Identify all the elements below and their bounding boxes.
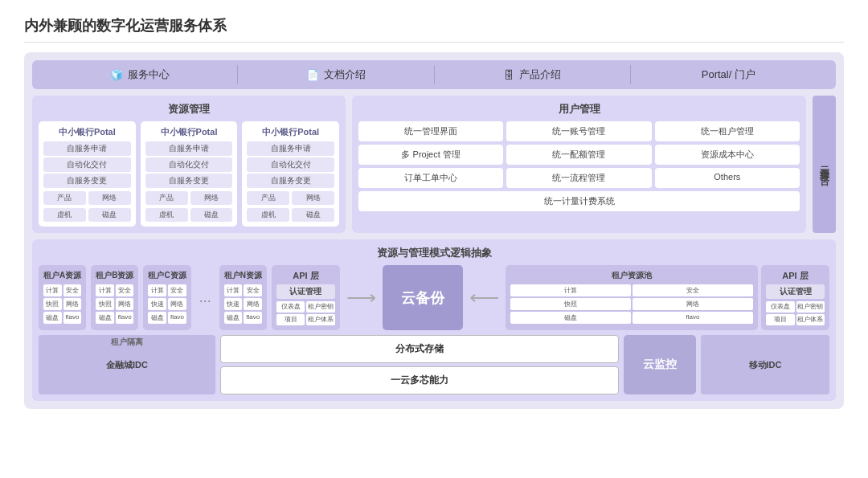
tenant-b-c5: flavo bbox=[116, 312, 134, 324]
potal-a-title: 中小银行Potal bbox=[43, 126, 131, 138]
doc-icon: 📄 bbox=[306, 69, 319, 81]
doc-label: 文档介绍 bbox=[324, 67, 366, 82]
abstraction-bottom: 租户隔离 金融城IDC 分布式存储 一云多芯能力 云监控 移动IDC bbox=[39, 335, 829, 394]
tenant-a-c0: 计算 bbox=[43, 284, 62, 296]
tenant-n: 租户N资源 计算 安全 快速 网络 磁盘 flavo bbox=[219, 265, 267, 330]
user-item-0: 统一管理界面 bbox=[358, 121, 503, 141]
arrow-left: ⟵ bbox=[468, 265, 501, 330]
potal-b-title: 中小银行Potal bbox=[145, 126, 233, 138]
tenant-a-c4: 磁盘 bbox=[43, 312, 62, 324]
potal-c-item2: 自动化交付 bbox=[247, 157, 334, 172]
top-bar: 🧊 服务中心 📄 文档介绍 🗄 产品介绍 Portal/ 门户 bbox=[32, 60, 836, 89]
tenant-a-c1: 安全 bbox=[63, 284, 82, 296]
tenant-b-c4: 磁盘 bbox=[96, 312, 114, 324]
user-item-7: 统一流程管理 bbox=[506, 168, 651, 188]
potal-a-item1: 自服务申请 bbox=[43, 141, 131, 156]
potal-card-a: 中小银行Potal 自服务申请 自动化交付 自服务变更 产品 网络 虚机 磁盘 bbox=[39, 121, 136, 227]
tenant-c-c0: 计算 bbox=[148, 284, 166, 296]
cloud-backup: 云备份 bbox=[383, 265, 463, 330]
tenant-n-c3: 网络 bbox=[244, 298, 262, 310]
potal-b-f1: 产品 bbox=[145, 191, 188, 205]
tenant-b-c1: 安全 bbox=[116, 284, 134, 296]
tenant-pool-title: 租户资源池 bbox=[510, 270, 753, 281]
api-item-2: 项目 bbox=[276, 314, 305, 325]
pool-c5: flavo bbox=[633, 312, 753, 324]
product-icon: 🗄 bbox=[504, 69, 514, 81]
service-icon: 🧊 bbox=[110, 69, 123, 81]
potal-c-item3: 自服务变更 bbox=[247, 174, 334, 188]
tenant-b: 租户B资源 计算 安全 快照 网络 磁盘 flavo bbox=[91, 265, 138, 330]
right-stack: 租户资源池 计算 安全 快照 网络 磁盘 flavo API 层 bbox=[506, 265, 829, 330]
tenant-pool: 租户资源池 计算 安全 快照 网络 磁盘 flavo bbox=[506, 265, 758, 330]
tenant-c-title: 租户C资源 bbox=[148, 270, 186, 281]
tenant-b-c2: 快照 bbox=[96, 298, 114, 310]
main-diagram: 🧊 服务中心 📄 文档介绍 🗄 产品介绍 Portal/ 门户 资源管理 中小银… bbox=[24, 52, 844, 409]
tenant-a-c2: 快照 bbox=[43, 298, 62, 310]
abstraction-content: 租户A资源 计算 安全 快照 网络 磁盘 flavo 租户B资源 计算 安全 快… bbox=[39, 265, 829, 330]
potal-b-f2: 网络 bbox=[190, 191, 233, 205]
user-item-5: 资源成本中心 bbox=[655, 145, 800, 165]
api-layer-right: API 层 认证管理 仪表盘 租户密钥 项目 租户体系 bbox=[761, 265, 829, 330]
tenant-c-c3: 网络 bbox=[168, 298, 186, 310]
portal-label: Portal/ 门户 bbox=[702, 67, 755, 82]
doc-intro[interactable]: 📄 文档介绍 bbox=[238, 67, 433, 82]
right-idc: 移动IDC bbox=[701, 335, 829, 394]
tenant-c-c2: 快速 bbox=[148, 298, 166, 310]
potal-b-f3: 虚机 bbox=[145, 208, 188, 222]
pool-c4: 磁盘 bbox=[510, 312, 631, 324]
service-center[interactable]: 🧊 服务中心 bbox=[42, 67, 237, 82]
potal-a-f2: 网络 bbox=[88, 191, 131, 205]
api-item-1: 租户密钥 bbox=[306, 301, 335, 313]
tenant-n-c4: 磁盘 bbox=[224, 312, 243, 324]
potal-cards: 中小银行Potal 自服务申请 自动化交付 自服务变更 产品 网络 虚机 磁盘 … bbox=[39, 121, 339, 227]
product-label: 产品介绍 bbox=[519, 67, 561, 82]
user-item-8: Others bbox=[655, 168, 800, 188]
tenant-a-c3: 网络 bbox=[63, 298, 82, 310]
potal-c-item1: 自服务申请 bbox=[247, 141, 334, 156]
tenant-isolation-label: 租户隔离 bbox=[111, 337, 143, 348]
tenant-c-c5: flavo bbox=[168, 312, 186, 324]
auth-mgmt-right: 认证管理 bbox=[766, 284, 825, 299]
unified-billing: 统一计量计费系统 bbox=[358, 191, 800, 211]
left-idc: 租户隔离 金融城IDC bbox=[39, 335, 215, 394]
cloud-monitor: 云监控 bbox=[624, 335, 696, 394]
api-r-item-0: 仪表盘 bbox=[766, 301, 795, 313]
portal[interactable]: Portal/ 门户 bbox=[631, 67, 826, 82]
service-center-label: 服务中心 bbox=[128, 67, 170, 82]
user-item-1: 统一账号管理 bbox=[506, 121, 651, 141]
tenant-a-c5: flavo bbox=[63, 312, 82, 324]
resource-management: 资源管理 中小银行Potal 自服务申请 自动化交付 自服务变更 产品 网络 虚… bbox=[32, 96, 346, 233]
potal-a-f4: 磁盘 bbox=[88, 208, 131, 222]
potal-card-b: 中小银行Potal 自服务申请 自动化交付 自服务变更 产品 网络 虚机 磁盘 bbox=[141, 121, 238, 227]
tenant-b-c0: 计算 bbox=[96, 284, 114, 296]
user-item-4: 统一配额管理 bbox=[506, 145, 651, 165]
api-r-item-3: 租户体系 bbox=[796, 314, 825, 325]
api-item-3: 租户体系 bbox=[306, 314, 335, 325]
tenant-a-title: 租户A资源 bbox=[43, 270, 81, 281]
resource-mgmt-title: 资源管理 bbox=[39, 102, 339, 116]
middle-section: 资源管理 中小银行Potal 自服务申请 自动化交付 自服务变更 产品 网络 虚… bbox=[32, 96, 836, 233]
user-item-6: 订单工单中心 bbox=[358, 168, 503, 188]
potal-c-f2: 网络 bbox=[292, 191, 334, 205]
tenant-b-c3: 网络 bbox=[116, 298, 134, 310]
user-mgmt-title: 用户管理 bbox=[358, 102, 800, 116]
product-intro[interactable]: 🗄 产品介绍 bbox=[435, 67, 630, 82]
tenant-n-title: 租户N资源 bbox=[224, 270, 262, 281]
cloud-platform-label: 云管理平台 bbox=[813, 96, 836, 233]
pool-c3: 网络 bbox=[633, 298, 753, 310]
user-item-3: 多 Project 管理 bbox=[358, 145, 503, 165]
potal-c-f1: 产品 bbox=[247, 191, 289, 205]
pool-c0: 计算 bbox=[510, 284, 631, 296]
user-grid: 统一管理界面 统一账号管理 统一租户管理 多 Project 管理 统一配额管理… bbox=[358, 121, 800, 188]
abstraction-title: 资源与管理模式逻辑抽象 bbox=[39, 246, 829, 260]
potal-a-item3: 自服务变更 bbox=[43, 174, 131, 188]
arrow-right: ⟶ bbox=[345, 265, 378, 330]
potal-card-c: 中小银行Potal 自服务申请 自动化交付 自服务变更 产品 网络 虚机 磁盘 bbox=[242, 121, 339, 227]
multi-cloud: 一云多芯能力 bbox=[220, 366, 619, 394]
pool-c1: 安全 bbox=[633, 284, 753, 296]
potal-a-f3: 虚机 bbox=[43, 208, 86, 222]
api-layer-left: API 层 认证管理 仪表盘 租户密钥 项目 租户体系 bbox=[272, 265, 340, 330]
potal-b-f4: 磁盘 bbox=[190, 208, 233, 222]
potal-c-f4: 磁盘 bbox=[292, 208, 334, 222]
tenant-b-title: 租户B资源 bbox=[96, 270, 133, 281]
